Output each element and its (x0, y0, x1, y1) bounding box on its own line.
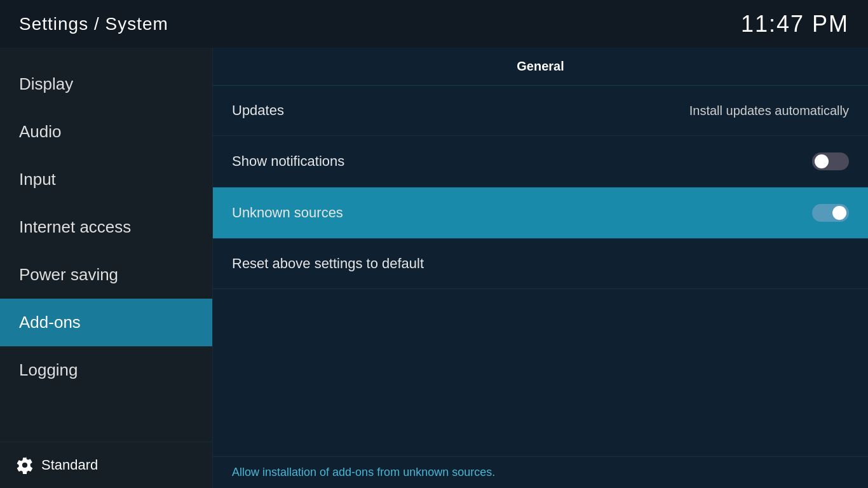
setting-label-unknown-sources: Unknown sources (232, 205, 343, 221)
setting-label-updates: Updates (232, 102, 284, 119)
toggle-show-notifications[interactable] (812, 152, 849, 170)
setting-label-show-notifications: Show notifications (232, 153, 344, 170)
status-text: Allow installation of add-ons from unkno… (232, 466, 495, 478)
content-area: General UpdatesInstall updates automatic… (213, 48, 868, 488)
sidebar-item-power-saving[interactable]: Power saving (0, 251, 212, 299)
sidebar-nav: DisplayAudioInputInternet accessPower sa… (0, 48, 212, 394)
section-header: General (213, 48, 868, 86)
status-bar: Allow installation of add-ons from unkno… (213, 456, 868, 488)
sidebar-footer[interactable]: Standard (0, 442, 212, 488)
sidebar-item-internet-access[interactable]: Internet access (0, 203, 212, 251)
setting-row-updates[interactable]: UpdatesInstall updates automatically (213, 86, 868, 136)
main-container: DisplayAudioInputInternet accessPower sa… (0, 48, 868, 488)
header: Settings / System 11:47 PM (0, 0, 868, 48)
page-title: Settings / System (19, 14, 168, 34)
toggle-knob-unknown-sources (832, 206, 846, 220)
setting-row-reset-settings[interactable]: Reset above settings to default (213, 239, 868, 289)
setting-row-show-notifications[interactable]: Show notifications (213, 136, 868, 187)
sidebar-item-display[interactable]: Display (0, 60, 212, 108)
setting-label-reset-settings: Reset above settings to default (232, 255, 424, 272)
setting-value-updates: Install updates automatically (689, 104, 849, 118)
toggle-unknown-sources[interactable] (812, 204, 849, 222)
sidebar-item-audio[interactable]: Audio (0, 108, 212, 156)
gear-icon (16, 456, 34, 474)
toggle-knob-show-notifications (815, 154, 829, 168)
setting-row-unknown-sources[interactable]: Unknown sources (213, 187, 868, 239)
sidebar-item-input[interactable]: Input (0, 156, 212, 203)
clock: 11:47 PM (741, 11, 849, 37)
sidebar-item-add-ons[interactable]: Add-ons (0, 299, 212, 346)
sidebar-item-logging[interactable]: Logging (0, 346, 212, 394)
sidebar-level-label: Standard (41, 457, 98, 473)
sidebar: DisplayAudioInputInternet accessPower sa… (0, 48, 213, 488)
settings-list: UpdatesInstall updates automaticallyShow… (213, 86, 868, 456)
